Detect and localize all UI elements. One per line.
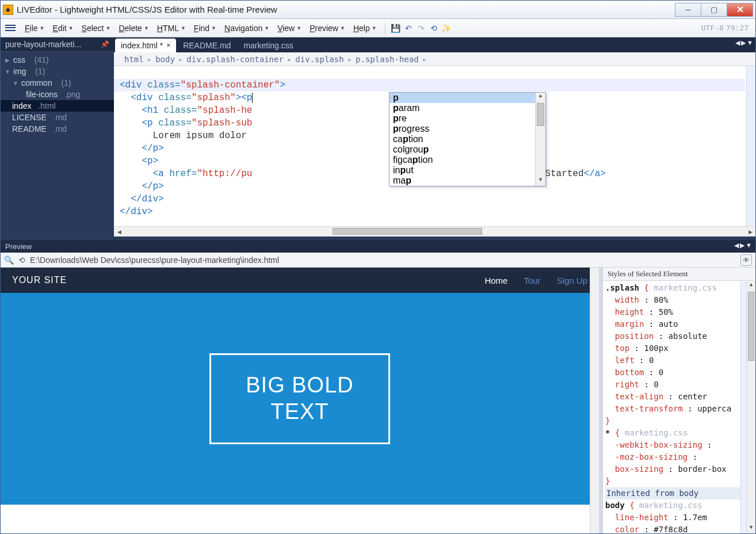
- splash-text-1: BIG BOLD: [246, 372, 354, 399]
- ac-item[interactable]: map: [390, 176, 535, 186]
- editor-tabs: index.html *× README.md marketing.css ◀▶…: [114, 37, 755, 52]
- menu-navigation[interactable]: Navigation▼: [221, 21, 273, 35]
- preview-toolbar: 🔍 ⟲ E:\Downloads\Web Dev\css\purecss\pur…: [1, 253, 755, 268]
- preview-menu-icon[interactable]: ▼: [746, 242, 752, 249]
- splash-area: BIG BOLD TEXT: [1, 293, 599, 505]
- menu-help[interactable]: Help▼: [350, 21, 380, 35]
- close-button[interactable]: ✕: [727, 3, 753, 17]
- tabs-prev-icon[interactable]: ◀: [735, 39, 740, 47]
- styles-ruler: [740, 281, 746, 533]
- sidebar-tab[interactable]: pure-layout-marketi... 📌: [1, 37, 114, 52]
- pin-icon[interactable]: 📌: [101, 40, 109, 48]
- splash-box: BIG BOLD TEXT: [209, 353, 390, 444]
- eye-icon[interactable]: 👁: [740, 254, 752, 266]
- editor-hscrollbar[interactable]: ◀▶: [114, 226, 755, 237]
- menu-delete[interactable]: Delete▼: [115, 21, 152, 35]
- nav-signup[interactable]: Sign Up: [557, 276, 587, 285]
- site-brand: YOUR SITE: [12, 275, 67, 285]
- menu-find[interactable]: Find▼: [190, 21, 220, 35]
- inspect-icon[interactable]: 🔍: [4, 255, 14, 265]
- preview-title-label: Preview: [5, 242, 32, 251]
- ac-item[interactable]: p: [390, 93, 535, 103]
- nav-tour[interactable]: Tour: [524, 276, 540, 285]
- menu-file[interactable]: FFileile▼: [21, 21, 48, 35]
- tree-file-fileicons[interactable]: file-icons .png: [1, 89, 114, 100]
- tree-folder-common[interactable]: ▼common (1): [1, 77, 114, 89]
- sidebar: pure-layout-marketi... 📌 ▶css (41) ▼img …: [1, 37, 114, 237]
- tree-file-readme[interactable]: README .md: [1, 123, 114, 135]
- preview-titlebar: Preview ◀▶▼: [1, 240, 755, 253]
- save-icon[interactable]: 💾: [390, 22, 402, 34]
- window-title: LIVEditor - Lightweight HTML/CSS/JS Edit…: [17, 5, 675, 14]
- breadcrumb: html▸ body▸ div.splash-container▸ div.sp…: [114, 52, 755, 66]
- tree-folder-css[interactable]: ▶css (41): [1, 54, 114, 66]
- ac-item[interactable]: param: [390, 103, 535, 113]
- below-splash: [1, 505, 599, 533]
- menu-edit[interactable]: Edit▼: [49, 21, 77, 35]
- ac-item[interactable]: colgroup: [390, 144, 535, 155]
- ac-item[interactable]: input: [390, 165, 535, 176]
- close-icon[interactable]: ×: [166, 41, 170, 49]
- autocomplete-popup[interactable]: p param pre progress caption colgroup fi…: [389, 92, 546, 186]
- wand-icon[interactable]: ✨: [441, 22, 452, 34]
- crumb[interactable]: p.splash-head: [356, 55, 419, 64]
- cursor-position: 79:27: [726, 24, 749, 32]
- editor-ruler: [746, 66, 755, 226]
- styles-content[interactable]: .splash { marketing.css width : 80% heig…: [603, 281, 755, 533]
- menu-select[interactable]: Select▼: [78, 21, 114, 35]
- toolbar-divider: [385, 22, 385, 34]
- redo-icon[interactable]: ↷: [415, 22, 427, 34]
- refresh-icon[interactable]: ⟲: [428, 22, 440, 34]
- maximize-button[interactable]: ▢: [701, 3, 727, 17]
- minimize-button[interactable]: ─: [675, 3, 701, 17]
- menu-view[interactable]: View▼: [274, 21, 305, 35]
- tabs-next-icon[interactable]: ▶: [741, 39, 746, 47]
- tree-file-license[interactable]: LICENSE .md: [1, 112, 114, 123]
- crumb[interactable]: body: [155, 55, 175, 64]
- undo-icon[interactable]: ↶: [403, 22, 414, 34]
- styles-vscrollbar[interactable]: ▲▼: [746, 281, 755, 533]
- crumb[interactable]: div.splash: [295, 55, 343, 64]
- crumb[interactable]: html: [124, 55, 144, 64]
- ac-item[interactable]: caption: [390, 134, 535, 144]
- site-navbar: YOUR SITE Home Tour Sign Up: [1, 268, 599, 293]
- encoding-status: UTF-8: [701, 24, 724, 32]
- app-icon: ◆: [3, 5, 13, 15]
- code-editor[interactable]: <div class="splash-container"> <div clas…: [114, 66, 755, 226]
- file-tree: ▶css (41) ▼img (1) ▼common (1) file-icon…: [1, 52, 114, 137]
- nav-home[interactable]: Home: [484, 276, 507, 285]
- tabs-menu-icon[interactable]: ▼: [747, 39, 753, 47]
- ac-item[interactable]: progress: [390, 124, 535, 134]
- main-toolbar: FFileile▼ Edit▼ Select▼ Delete▼ HTML▼ Fi…: [1, 19, 755, 37]
- splash-text-2: TEXT: [246, 399, 354, 425]
- preview-viewport: YOUR SITE Home Tour Sign Up BIG BOLD TEX…: [1, 268, 599, 533]
- ac-item[interactable]: pre: [390, 113, 535, 124]
- hamburger-icon[interactable]: [4, 23, 17, 33]
- ac-item[interactable]: figcaption: [390, 155, 535, 165]
- preview-path: E:\Downloads\Web Dev\css\purecss\pure-la…: [30, 255, 736, 265]
- tab-marketing[interactable]: marketing.css: [238, 39, 299, 52]
- tab-index[interactable]: index.html *×: [115, 39, 176, 52]
- reload-icon[interactable]: ⟲: [18, 255, 25, 265]
- autocomplete-scrollbar[interactable]: ▲▼: [535, 93, 545, 186]
- preview-prev-icon[interactable]: ◀: [734, 242, 739, 249]
- styles-panel-title: Styles of Selected Element: [603, 268, 755, 281]
- tree-file-index[interactable]: index .html: [1, 100, 114, 112]
- tab-readme[interactable]: README.md: [177, 39, 236, 52]
- tree-folder-img[interactable]: ▼img (1): [1, 66, 114, 77]
- titlebar: ◆ LIVEditor - Lightweight HTML/CSS/JS Ed…: [1, 1, 755, 19]
- crumb[interactable]: div.splash-container: [186, 55, 284, 64]
- styles-panel: Styles of Selected Element .splash { mar…: [602, 268, 755, 533]
- menu-html[interactable]: HTML▼: [154, 21, 189, 35]
- sidebar-tab-label: pure-layout-marketi...: [5, 40, 98, 49]
- preview-vscrollbar[interactable]: [590, 268, 599, 533]
- preview-next-icon[interactable]: ▶: [740, 242, 744, 249]
- menu-preview[interactable]: Preview▼: [306, 21, 349, 35]
